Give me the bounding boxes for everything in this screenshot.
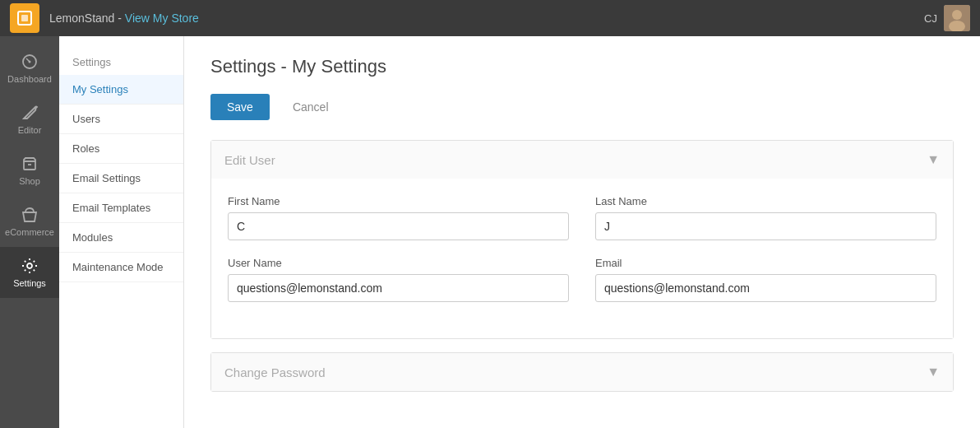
svg-point-3 xyxy=(952,10,962,20)
sidebar-section-title: Settings xyxy=(59,49,183,75)
icon-nav: Dashboard Editor Shop eCommerce Settings xyxy=(0,36,59,428)
nav-item-ecommerce[interactable]: eCommerce xyxy=(0,196,59,247)
svg-point-6 xyxy=(29,61,31,63)
first-name-input[interactable] xyxy=(228,212,569,240)
nav-item-dashboard[interactable]: Dashboard xyxy=(0,43,59,94)
sidebar-item-my-settings[interactable]: My Settings xyxy=(59,75,183,105)
edit-user-title: Edit User xyxy=(224,153,275,167)
email-group: Email xyxy=(595,257,936,302)
sidebar: Settings My Settings Users Roles Email S… xyxy=(59,36,184,428)
last-name-input[interactable] xyxy=(595,212,936,240)
edit-user-section: Edit User ▼ First Name Last Name User Na… xyxy=(210,140,954,339)
topbar: LemonStand - View My Store CJ xyxy=(0,0,980,36)
view-store-link[interactable]: View My Store xyxy=(125,12,199,25)
email-label: Email xyxy=(595,257,936,269)
email-input[interactable] xyxy=(595,274,936,302)
svg-rect-1 xyxy=(21,15,28,21)
change-password-title: Change Password xyxy=(224,365,326,379)
nav-item-shop[interactable]: Shop xyxy=(0,145,59,196)
svg-rect-8 xyxy=(24,161,35,170)
nav-label-editor: Editor xyxy=(18,125,42,135)
sidebar-item-modules[interactable]: Modules xyxy=(59,223,183,253)
page-title: Settings - My Settings xyxy=(210,56,954,77)
sidebar-item-email-settings[interactable]: Email Settings xyxy=(59,164,183,193)
username-group: User Name xyxy=(228,257,569,302)
change-password-header[interactable]: Change Password ▼ xyxy=(211,353,953,391)
avatar[interactable] xyxy=(944,5,970,31)
edit-user-header[interactable]: Edit User ▼ xyxy=(211,141,953,179)
last-name-group: Last Name xyxy=(595,195,936,240)
change-password-section: Change Password ▼ xyxy=(210,352,954,392)
sidebar-item-maintenance-mode[interactable]: Maintenance Mode xyxy=(59,253,183,282)
sidebar-item-users[interactable]: Users xyxy=(59,105,183,134)
credentials-row: User Name Email xyxy=(228,257,936,302)
chevron-down-icon-2: ▼ xyxy=(927,365,940,379)
save-button[interactable]: Save xyxy=(210,94,270,120)
logo[interactable] xyxy=(10,3,39,33)
main-content: Settings - My Settings Save Cancel Edit … xyxy=(184,36,980,428)
nav-item-settings[interactable]: Settings xyxy=(0,247,59,298)
nav-label-shop: Shop xyxy=(19,176,40,186)
last-name-label: Last Name xyxy=(595,195,936,207)
first-name-group: First Name xyxy=(228,195,569,240)
edit-user-body: First Name Last Name User Name Email xyxy=(211,179,953,338)
brand-text: LemonStand - View My Store xyxy=(49,12,199,25)
nav-label-dashboard: Dashboard xyxy=(7,74,52,84)
svg-point-10 xyxy=(27,263,32,268)
nav-label-ecommerce: eCommerce xyxy=(5,227,54,237)
sidebar-item-roles[interactable]: Roles xyxy=(59,134,183,164)
nav-label-settings: Settings xyxy=(13,278,46,288)
cancel-button[interactable]: Cancel xyxy=(280,94,342,120)
user-area: CJ xyxy=(924,5,970,31)
sidebar-item-email-templates[interactable]: Email Templates xyxy=(59,193,183,223)
first-name-label: First Name xyxy=(228,195,569,207)
action-bar: Save Cancel xyxy=(210,94,954,120)
user-initials: CJ xyxy=(924,12,937,25)
nav-item-editor[interactable]: Editor xyxy=(0,94,59,145)
username-label: User Name xyxy=(228,257,569,269)
name-row: First Name Last Name xyxy=(228,195,936,240)
username-input[interactable] xyxy=(228,274,569,302)
chevron-down-icon: ▼ xyxy=(927,152,940,167)
